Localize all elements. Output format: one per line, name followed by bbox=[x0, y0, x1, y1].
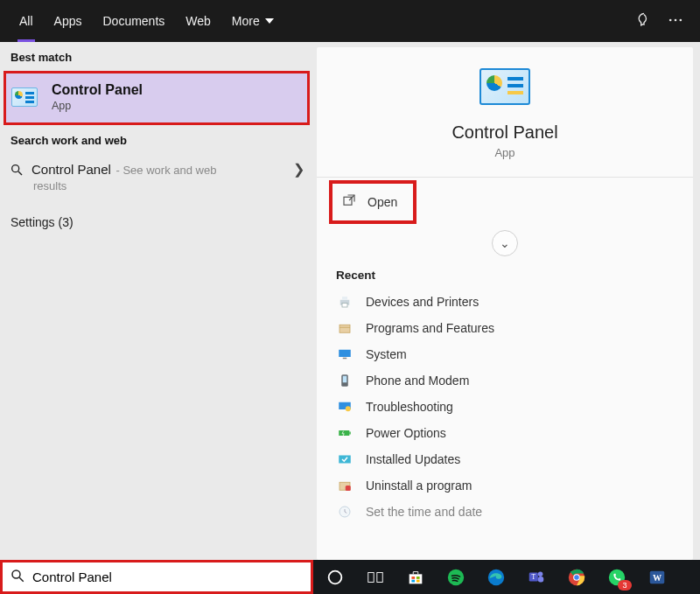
best-match-heading: Best match bbox=[0, 42, 313, 71]
more-options-icon[interactable] bbox=[667, 11, 684, 31]
box-icon bbox=[336, 320, 354, 336]
taskbar: T W bbox=[313, 560, 700, 594]
svg-point-24 bbox=[329, 570, 342, 584]
svg-rect-37 bbox=[538, 577, 543, 582]
svg-rect-20 bbox=[346, 486, 351, 491]
recent-programs-and-features[interactable]: Programs and Features bbox=[336, 315, 674, 341]
search-work-web-heading: Search work and web bbox=[0, 125, 313, 154]
search-icon bbox=[9, 162, 24, 178]
svg-point-41 bbox=[609, 569, 625, 584]
svg-text:W: W bbox=[653, 572, 662, 582]
svg-rect-8 bbox=[342, 304, 347, 308]
svg-rect-27 bbox=[410, 574, 423, 584]
recent-installed-updates[interactable]: Installed Updates bbox=[336, 446, 674, 472]
cortana-icon[interactable] bbox=[317, 563, 354, 592]
settings-group[interactable]: Settings (3) bbox=[0, 201, 313, 234]
recent-power-options[interactable]: Power Options bbox=[336, 420, 674, 446]
svg-rect-26 bbox=[377, 572, 382, 582]
control-panel-icon bbox=[11, 87, 38, 107]
edge-icon[interactable] bbox=[478, 563, 514, 592]
word-icon[interactable]: W bbox=[639, 563, 676, 592]
whatsapp-icon[interactable] bbox=[598, 563, 635, 592]
svg-rect-28 bbox=[411, 577, 415, 579]
best-match-subtitle: App bbox=[52, 100, 143, 112]
svg-rect-31 bbox=[416, 579, 420, 582]
svg-rect-10 bbox=[339, 350, 351, 357]
recent-set-time-and-date[interactable]: Set the time and date bbox=[336, 499, 674, 525]
feedback-icon[interactable] bbox=[635, 11, 653, 31]
svg-point-40 bbox=[574, 575, 579, 580]
results-list: Best match Control Panel App Search work… bbox=[0, 42, 313, 560]
svg-point-3 bbox=[12, 164, 19, 171]
preview-subtitle: App bbox=[494, 146, 514, 159]
best-match-result[interactable]: Control Panel App bbox=[4, 71, 310, 125]
open-action[interactable]: Open bbox=[329, 180, 416, 224]
svg-rect-25 bbox=[368, 572, 374, 582]
svg-rect-18 bbox=[339, 456, 351, 464]
wrench-icon bbox=[336, 399, 354, 415]
work-web-result[interactable]: Control Panel - See work and web ❯ bbox=[0, 154, 313, 181]
svg-rect-7 bbox=[342, 297, 347, 300]
best-match-title: Control Panel bbox=[52, 82, 143, 98]
svg-rect-11 bbox=[343, 358, 347, 360]
svg-point-15 bbox=[346, 406, 351, 411]
svg-line-23 bbox=[19, 577, 24, 582]
recent-troubleshooting[interactable]: Troubleshooting bbox=[336, 394, 674, 420]
search-filter-bar: All Apps Documents Web More bbox=[0, 0, 700, 42]
tab-apps[interactable]: Apps bbox=[44, 0, 93, 42]
svg-text:T: T bbox=[532, 573, 536, 581]
search-input[interactable] bbox=[32, 570, 304, 584]
phone-icon bbox=[336, 373, 354, 388]
svg-rect-29 bbox=[416, 577, 420, 579]
tab-web[interactable]: Web bbox=[175, 0, 221, 42]
chevron-down-icon bbox=[265, 18, 274, 24]
teams-icon[interactable]: T bbox=[518, 563, 555, 592]
expand-actions-button[interactable]: ⌄ bbox=[492, 230, 518, 256]
svg-point-36 bbox=[538, 571, 543, 577]
battery-icon bbox=[336, 425, 354, 441]
work-web-result-detail: results bbox=[0, 179, 313, 201]
svg-point-0 bbox=[669, 18, 672, 21]
recent-phone-and-modem[interactable]: Phone and Modem bbox=[336, 367, 674, 394]
svg-rect-16 bbox=[339, 430, 349, 436]
preview-title: Control Panel bbox=[452, 122, 557, 143]
tab-more[interactable]: More bbox=[221, 0, 284, 42]
svg-rect-9 bbox=[340, 325, 350, 332]
recent-heading: Recent bbox=[336, 269, 674, 282]
task-view-icon[interactable] bbox=[357, 563, 394, 592]
open-icon bbox=[341, 192, 357, 212]
control-panel-icon bbox=[480, 68, 530, 105]
svg-rect-17 bbox=[349, 432, 351, 435]
updates-icon bbox=[336, 451, 354, 467]
chrome-icon[interactable] bbox=[558, 563, 595, 592]
monitor-icon bbox=[336, 346, 354, 362]
chevron-down-icon: ⌄ bbox=[500, 236, 510, 250]
tab-all[interactable]: All bbox=[9, 0, 44, 42]
svg-point-2 bbox=[680, 18, 682, 21]
svg-point-1 bbox=[675, 18, 677, 21]
printer-icon bbox=[336, 294, 354, 310]
svg-line-4 bbox=[18, 171, 22, 175]
microsoft-store-icon[interactable] bbox=[397, 563, 434, 592]
uninstall-icon bbox=[336, 478, 354, 493]
start-search-box[interactable] bbox=[0, 560, 313, 594]
svg-rect-30 bbox=[411, 579, 415, 582]
clock-icon bbox=[336, 504, 354, 520]
tab-documents[interactable]: Documents bbox=[92, 0, 175, 42]
svg-point-22 bbox=[12, 570, 20, 578]
chevron-right-icon: ❯ bbox=[293, 161, 304, 178]
preview-pane: Control Panel App Open ⌄ Recent Devices … bbox=[317, 47, 693, 560]
search-icon bbox=[10, 568, 25, 587]
recent-system[interactable]: System bbox=[336, 341, 674, 367]
recent-devices-and-printers[interactable]: Devices and Printers bbox=[336, 289, 674, 315]
svg-rect-13 bbox=[343, 376, 347, 383]
spotify-icon[interactable] bbox=[438, 563, 474, 592]
recent-uninstall-a-program[interactable]: Uninstall a program bbox=[336, 472, 674, 499]
